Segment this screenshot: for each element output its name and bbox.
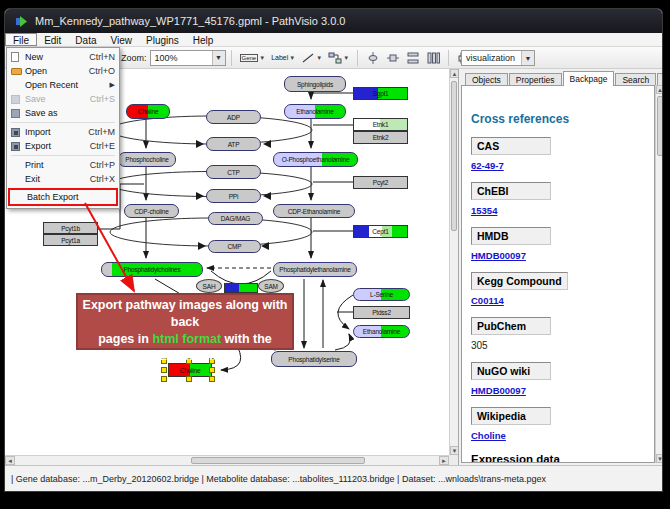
menu-file[interactable]: File xyxy=(5,33,37,46)
stack-rows-icon xyxy=(406,51,420,65)
node-sam[interactable]: SAM xyxy=(258,279,284,293)
xref-link[interactable]: HMDB00097 xyxy=(471,250,654,261)
node-ethanolamine[interactable]: Ethanolamine xyxy=(284,104,346,119)
menu-separator xyxy=(11,122,115,123)
chevron-down-icon: ▼ xyxy=(289,55,295,61)
node-cdp-ethanolamine[interactable]: CDP-Ethanolamine xyxy=(273,204,355,218)
file-menu-batch-export[interactable]: Batch Export xyxy=(8,188,118,206)
xref-source-name: HMDB xyxy=(471,227,551,245)
label-text: Label xyxy=(271,54,288,61)
file-menu-exit[interactable]: Exit Ctrl+X xyxy=(8,172,118,186)
file-menu-export[interactable]: Export Ctrl+E xyxy=(8,139,118,153)
annotation-callout: Export pathway images along with back pa… xyxy=(76,293,294,350)
node-cdp-choline[interactable]: CDP-choline xyxy=(124,204,179,218)
file-menu-import[interactable]: Import Ctrl+M xyxy=(8,125,118,139)
distribute-rows-button[interactable] xyxy=(403,49,423,67)
visualization-value: visualization xyxy=(466,53,515,63)
node-pcyt1b[interactable]: Pcyt1b xyxy=(43,222,98,234)
xref-value: 305 xyxy=(471,340,654,351)
scroll-up-icon[interactable]: ▲ xyxy=(656,85,663,94)
node-phosphatidylcholines[interactable]: Phosphatidylcholines xyxy=(101,262,203,277)
file-menu-open-recent[interactable]: Open Recent ▶ xyxy=(8,78,118,92)
zoom-combobox[interactable]: 100% ▼ xyxy=(150,50,226,66)
add-label-button[interactable]: Label ▼ xyxy=(268,49,298,67)
distribute-columns-button[interactable] xyxy=(423,49,443,67)
scroll-up-icon[interactable]: ▲ xyxy=(450,69,458,78)
xref-link[interactable]: 15354 xyxy=(471,205,654,216)
canvas-horizontal-scrollbar[interactable]: ◄ ► xyxy=(5,455,449,465)
node-cmp[interactable]: CMP xyxy=(208,240,261,253)
selection-handle[interactable] xyxy=(161,367,167,373)
align-vertical-center-button[interactable] xyxy=(363,49,383,67)
chevron-down-icon: ▼ xyxy=(259,55,265,61)
panel-vertical-scrollbar[interactable]: ▲ ▼ xyxy=(655,85,663,463)
add-connector-button[interactable]: ▼ xyxy=(325,49,352,67)
stack-columns-icon xyxy=(426,51,440,65)
menu-plugins[interactable]: Plugins xyxy=(139,33,186,46)
new-file-icon xyxy=(11,52,25,62)
node-ptdss2[interactable]: Ptdss2 xyxy=(353,306,410,319)
title-bar[interactable]: Mm_Kennedy_pathway_WP1771_45176.gpml - P… xyxy=(5,9,662,33)
node-sphingolipids[interactable]: Sphingolipids xyxy=(284,76,346,92)
annotation-line2-post: with the xyxy=(225,332,272,346)
node-ctp[interactable]: CTP xyxy=(206,165,261,179)
node-choline-selected[interactable]: Choline xyxy=(168,363,212,377)
xref-section-wikipedia: Wikipedia Choline xyxy=(471,407,654,441)
node-cept1[interactable]: Cept1 xyxy=(353,225,408,238)
node-sah[interactable]: SAH xyxy=(196,279,222,293)
node-atp[interactable]: ATP xyxy=(206,137,261,151)
node-o-phosphoethanolamine[interactable]: O-Phosphoethanolamine xyxy=(273,152,358,167)
scroll-right-icon[interactable]: ► xyxy=(439,456,449,465)
scroll-down-icon[interactable]: ▼ xyxy=(450,446,458,455)
visualization-dropdown-arrow-icon[interactable]: ▼ xyxy=(521,51,534,65)
selection-handle[interactable] xyxy=(209,376,215,382)
scroll-thumb[interactable] xyxy=(657,96,663,156)
menu-help[interactable]: Help xyxy=(186,33,221,46)
node-sgpl1[interactable]: Sgpl1 xyxy=(353,87,408,100)
node-choline[interactable]: Choline xyxy=(126,104,170,119)
add-line-button[interactable]: ▼ xyxy=(298,49,325,67)
visualization-combobox[interactable]: visualization ▼ xyxy=(461,50,535,66)
xref-link[interactable]: HMDB00097 xyxy=(471,385,654,396)
menu-data[interactable]: Data xyxy=(68,33,103,46)
node-adp[interactable]: ADP xyxy=(206,110,261,124)
node-pcyt2[interactable]: Pcyt2 xyxy=(353,176,408,189)
node-pemt-box[interactable] xyxy=(224,283,258,293)
node-l-serine[interactable]: L-Serine xyxy=(353,288,410,301)
scroll-thumb[interactable] xyxy=(191,457,365,464)
scroll-thumb[interactable] xyxy=(451,81,457,231)
file-menu-print[interactable]: Print Ctrl+P xyxy=(8,158,118,172)
annotation-line1: Export pathway images along with back xyxy=(83,298,288,329)
expression-data-heading: Expression data xyxy=(471,453,654,463)
scroll-left-icon[interactable]: ◄ xyxy=(5,456,15,465)
xref-link[interactable]: Choline xyxy=(471,430,654,441)
file-menu-save-as[interactable]: Save as xyxy=(8,106,118,120)
zoom-dropdown-arrow-icon[interactable]: ▼ xyxy=(212,51,225,65)
node-dag-mag[interactable]: DAG/MAG xyxy=(208,212,263,225)
selection-handle[interactable] xyxy=(186,376,192,382)
node-ppi[interactable]: PPi xyxy=(206,189,261,203)
node-ethanolamine-2[interactable]: Ethanolamine xyxy=(353,325,410,338)
xref-source-name: NuGO wiki xyxy=(471,362,551,380)
node-etnk1[interactable]: Etnk1 xyxy=(353,118,408,131)
selection-handle[interactable] xyxy=(161,376,167,382)
xref-link[interactable]: 62-49-7 xyxy=(471,160,654,171)
node-phosphocholine[interactable]: Phosphocholine xyxy=(118,152,176,167)
node-etnk2[interactable]: Etnk2 xyxy=(353,131,408,144)
add-gene-button[interactable]: Gene ▼ xyxy=(237,49,269,67)
xref-link[interactable]: C00114 xyxy=(471,295,654,306)
chevron-down-icon: ▼ xyxy=(343,55,349,61)
file-menu: New Ctrl+N Open Ctrl+O Open Recent ▶ Sav… xyxy=(6,47,120,209)
menu-edit[interactable]: Edit xyxy=(37,33,68,46)
tab-backpage[interactable]: Backpage xyxy=(563,71,615,86)
file-menu-new[interactable]: New Ctrl+N xyxy=(8,50,118,64)
canvas-vertical-scrollbar[interactable]: ▲ ▼ xyxy=(449,69,458,455)
node-pcyt1a[interactable]: Pcyt1a xyxy=(43,234,98,246)
file-menu-open[interactable]: Open Ctrl+O xyxy=(8,64,118,78)
align-horizontal-center-button[interactable] xyxy=(383,49,403,67)
node-phosphatidylethanolamine[interactable]: Phosphatidylethanolamine xyxy=(273,262,357,277)
menu-view[interactable]: View xyxy=(103,33,139,46)
scroll-down-icon[interactable]: ▼ xyxy=(656,454,663,463)
xref-section-hmdb: HMDB HMDB00097 xyxy=(471,227,654,261)
selection-handle[interactable] xyxy=(209,367,215,373)
